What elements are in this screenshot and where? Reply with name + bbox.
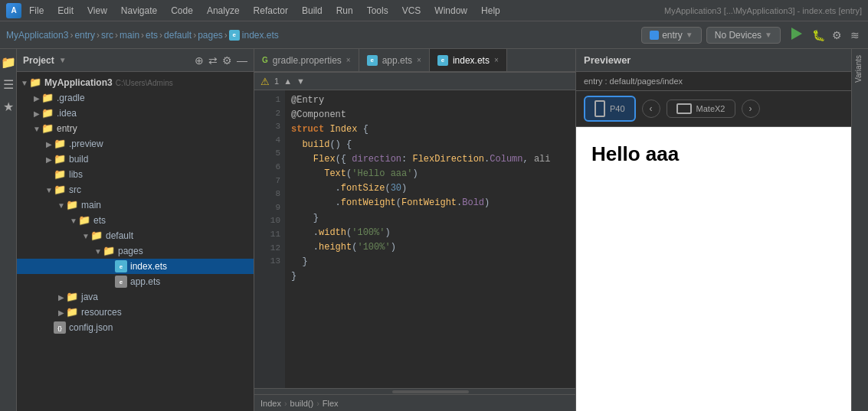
tree-label-app-ets: app.ets	[130, 276, 160, 287]
structure-icon[interactable]: ☰	[2, 74, 15, 95]
menu-window[interactable]: Window	[428, 4, 473, 18]
tree-arrow-main: ▼	[57, 201, 66, 210]
entry-arrow-icon: ▼	[686, 31, 693, 39]
panel-title: Project	[23, 55, 54, 66]
menu-tools[interactable]: Tools	[361, 4, 395, 18]
tree-item-main[interactable]: ▼ 📁 main	[17, 197, 254, 213]
panel-sync-icon[interactable]: ⇄	[208, 54, 218, 67]
tree-item-build[interactable]: ▶ 📁 build	[17, 152, 254, 167]
app-logo-icon: A	[6, 3, 21, 18]
tree-item-ets[interactable]: ▼ 📁 ets	[17, 213, 254, 228]
devices-arrow-icon: ▼	[765, 31, 772, 39]
tree-item-resources[interactable]: ▶ 📁 resources	[17, 305, 254, 320]
previewer-panel: Previewer entry : default/pages/index P4…	[575, 49, 851, 411]
project-panel-icon[interactable]: 📁	[0, 52, 18, 73]
previewer-path-text: entry : default/pages/index	[584, 77, 683, 86]
breadcrumb-entry[interactable]: entry	[74, 30, 95, 41]
breadcrumb-filename[interactable]: index.ets	[242, 30, 279, 41]
tree-label-default: default	[106, 230, 133, 241]
tree-root-path: C:\Users\Admins	[116, 79, 173, 87]
scrollbar-thumb	[392, 390, 469, 393]
folder-gradle-icon: 📁	[41, 92, 54, 104]
tree-item-pages[interactable]: ▼ 📁 pages	[17, 243, 254, 259]
panel-close-icon[interactable]: —	[237, 54, 247, 67]
tree-label-main: main	[81, 200, 101, 210]
panel-add-icon[interactable]: ⊕	[195, 54, 204, 67]
menu-edit[interactable]: Edit	[51, 4, 80, 18]
tab-gradle-close[interactable]: ×	[346, 56, 351, 64]
tree-item-index-ets[interactable]: e index.ets	[17, 259, 254, 274]
toolbar: MyApplication3 › entry › src › main › et…	[0, 21, 868, 49]
code-editor[interactable]: 12345 678910 111213 @Entry @Component st…	[254, 90, 575, 388]
breadcrumb-default[interactable]: default	[164, 30, 192, 41]
app-ets-tab-icon: e	[367, 55, 378, 66]
menu-vcs[interactable]: VCS	[396, 4, 427, 18]
tab-app-ets[interactable]: e app.ets ×	[359, 49, 430, 71]
panel-settings-icon[interactable]: ⚙	[222, 54, 232, 67]
warning-up-icon[interactable]: ▲	[283, 77, 292, 86]
tree-label-config-json: config.json	[69, 322, 113, 333]
code-line-10: .width('100%')	[291, 226, 569, 240]
tree-item-libs[interactable]: 📁 libs	[17, 167, 254, 182]
horizontal-scrollbar[interactable]	[254, 388, 575, 394]
breadcrumb: MyApplication3 › entry › src › main › et…	[6, 30, 279, 41]
menu-help[interactable]: Help	[475, 4, 506, 18]
device-p40-button[interactable]: P40	[584, 96, 636, 122]
index-ets-tab-icon: e	[437, 55, 448, 66]
device-nav-left-button[interactable]: ‹	[642, 99, 660, 118]
tree-item-preview[interactable]: ▶ 📁 .preview	[17, 136, 254, 152]
code-line-12: }	[291, 255, 569, 269]
menu-file[interactable]: File	[23, 4, 50, 18]
attach-debugger-icon[interactable]: ⚙	[830, 28, 843, 42]
folder-preview-icon: 📁	[54, 138, 66, 150]
folder-libs-icon: 📁	[54, 168, 66, 181]
right-tab-variants[interactable]: Variants	[852, 49, 868, 89]
tree-label-build: build	[69, 154, 88, 165]
app-title: MyApplication3 [...\MyApplication3] - in…	[664, 6, 862, 15]
device-nav-right-button[interactable]: ›	[742, 99, 760, 118]
favorites-icon[interactable]: ★	[2, 96, 15, 117]
run-button[interactable]	[785, 23, 807, 47]
menu-analyze[interactable]: Analyze	[201, 4, 246, 18]
tab-gradle-properties[interactable]: G gradle.properties ×	[254, 49, 359, 71]
device-matex2-button[interactable]: MateX2	[667, 99, 735, 118]
tree-item-config-json[interactable]: {} config.json	[17, 320, 254, 335]
entry-dropdown-button[interactable]: entry ▼	[641, 27, 702, 44]
tree-item-app-ets[interactable]: e app.ets	[17, 274, 254, 289]
breadcrumb-ets[interactable]: ets	[146, 30, 158, 41]
file-tree: ▼ 📁 MyApplication3 C:\Users\Admins ▶ 📁 .…	[17, 72, 254, 411]
tree-item-root[interactable]: ▼ 📁 MyApplication3 C:\Users\Admins	[17, 75, 254, 90]
menu-refactor[interactable]: Refactor	[247, 4, 294, 18]
menu-code[interactable]: Code	[165, 4, 199, 18]
menu-view[interactable]: View	[81, 4, 113, 18]
menu-run[interactable]: Run	[330, 4, 359, 18]
breadcrumb-src[interactable]: src	[101, 30, 113, 41]
panel-title-arrow-icon: ▼	[59, 56, 67, 64]
code-content[interactable]: @Entry @Component struct Index { build()…	[285, 90, 575, 388]
code-line-4: build() {	[291, 138, 569, 152]
warning-down-icon[interactable]: ▼	[296, 77, 305, 86]
breadcrumb-pages[interactable]: pages	[198, 30, 223, 41]
tree-item-java[interactable]: ▶ 📁 java	[17, 289, 254, 305]
devices-dropdown-button[interactable]: No Devices ▼	[706, 27, 781, 44]
tree-item-src[interactable]: ▼ 📁 src	[17, 182, 254, 197]
tree-label-preview: .preview	[69, 139, 103, 149]
tab-index-ets[interactable]: e index.ets ×	[430, 49, 507, 71]
breadcrumb-project[interactable]: MyApplication3	[6, 30, 68, 41]
tree-item-entry[interactable]: ▼ 📁 entry	[17, 121, 254, 136]
tree-item-default[interactable]: ▼ 📁 default	[17, 228, 254, 243]
tree-item-idea[interactable]: ▶ 📁 .idea	[17, 106, 254, 121]
tree-label-libs: libs	[69, 169, 83, 180]
tree-arrow-entry: ▼	[32, 125, 41, 133]
profile-icon[interactable]: ≋	[848, 28, 862, 42]
project-panel: Project ▼ ⊕ ⇄ ⚙ — ▼ 📁 MyApplication3 C:\…	[17, 49, 254, 411]
breadcrumb-main[interactable]: main	[120, 30, 139, 41]
entry-icon	[650, 31, 659, 40]
tree-item-gradle[interactable]: ▶ 📁 .gradle	[17, 90, 254, 106]
tab-app-ets-close[interactable]: ×	[417, 56, 421, 64]
p40-device-icon	[594, 100, 605, 117]
tab-index-ets-close[interactable]: ×	[494, 56, 499, 64]
menu-build[interactable]: Build	[296, 4, 329, 18]
debug-icon[interactable]: 🐛	[811, 28, 825, 42]
menu-navigate[interactable]: Navigate	[115, 4, 163, 18]
